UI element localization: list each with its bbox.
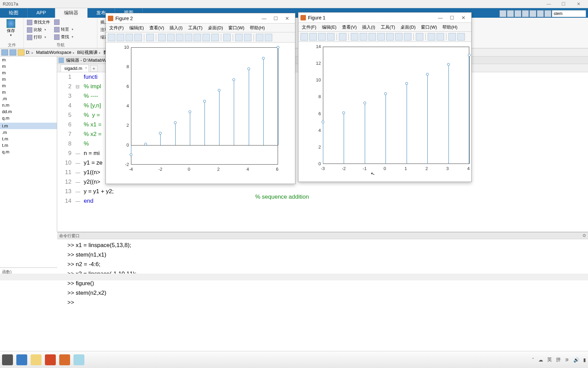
tab-apps[interactable]: APP <box>28 8 55 18</box>
figure-menu[interactable]: 文件(F)编辑(E)查看(V)插入(I)工具(T)桌面(D)窗口(W)帮助(H) <box>298 23 471 32</box>
search-docs-input[interactable] <box>552 10 586 17</box>
file-item[interactable]: m <box>0 70 57 76</box>
figure-menu-item[interactable]: 插入(I) <box>362 24 375 30</box>
taskbar-app[interactable] <box>2 354 13 365</box>
save-button[interactable]: 保存▼ <box>2 19 20 37</box>
toolbar-icon[interactable] <box>386 33 394 41</box>
toolbar-icon[interactable] <box>369 33 376 41</box>
minimize-icon[interactable]: — <box>435 15 446 20</box>
file-tab[interactable]: sigadd.m× <box>61 64 89 72</box>
close-icon[interactable]: ✕ <box>281 16 293 21</box>
file-item[interactable]: dd.m <box>0 108 57 115</box>
tab-plots[interactable]: 绘图 <box>0 8 28 18</box>
figure-menu-item[interactable]: 编辑(E) <box>129 25 144 31</box>
maximize-icon[interactable]: ☐ <box>557 1 570 6</box>
figure-window-2[interactable]: Figure 2 —☐✕ 文件(F)编辑(E)查看(V)插入(I)工具(T)桌面… <box>105 13 295 184</box>
file-item[interactable]: m <box>0 82 57 89</box>
toolbar-icon[interactable] <box>404 33 411 41</box>
toolbar-icon[interactable] <box>457 33 465 41</box>
figure-menu-item[interactable]: 窗口(W) <box>228 25 244 31</box>
toolbar-icon[interactable] <box>318 33 326 41</box>
toolbar-icon[interactable] <box>300 33 308 41</box>
findfiles-button[interactable]: 查找文件 <box>26 19 51 26</box>
tray-ime2[interactable]: 拼 <box>556 357 561 363</box>
up-button[interactable] <box>53 19 75 25</box>
toolbar-icon[interactable] <box>211 34 219 41</box>
figure-toolbar[interactable] <box>298 32 471 42</box>
command-window-opts-icon[interactable]: ⊙ <box>583 233 586 238</box>
toolbar-icon[interactable] <box>360 33 367 41</box>
figure-menu-item[interactable]: 桌面(D) <box>401 24 415 30</box>
toolbar-icon[interactable] <box>448 33 456 41</box>
figure-menu-item[interactable]: 查看(V) <box>342 24 357 30</box>
taskbar-app[interactable] <box>31 354 42 365</box>
file-item[interactable]: m <box>0 89 57 95</box>
close-icon[interactable]: ✕ <box>572 1 585 6</box>
tray-sound-icon[interactable]: 🔊 <box>573 357 579 363</box>
taskbar[interactable]: ˄ ☁ 英 拼 ⚞ 🔊 ▮ <box>0 351 588 368</box>
toolbar-icon[interactable] <box>167 34 175 41</box>
qat-icon[interactable] <box>507 10 514 17</box>
toolbar-icon[interactable] <box>327 33 334 41</box>
minimize-icon[interactable]: — <box>258 16 270 21</box>
file-item[interactable]: q.m <box>0 149 57 155</box>
print-button[interactable]: 打印▼ <box>26 34 51 41</box>
figure-menu-item[interactable]: 编辑(E) <box>322 24 337 30</box>
file-item[interactable]: i.m <box>0 123 57 129</box>
figure-menu-item[interactable]: 帮助(H) <box>250 25 265 31</box>
toolbar-icon[interactable] <box>428 33 435 41</box>
toolbar-icon[interactable] <box>339 33 346 41</box>
taskbar-app[interactable] <box>45 354 56 365</box>
taskbar-app[interactable] <box>16 354 27 365</box>
taskbar-app[interactable] <box>74 354 84 365</box>
file-item[interactable]: m <box>0 57 57 63</box>
toolbar-icon[interactable] <box>416 33 423 41</box>
toolbar-icon[interactable] <box>108 34 115 41</box>
file-item[interactable]: .m <box>0 95 57 102</box>
figure-menu-item[interactable]: 文件(F) <box>302 24 316 30</box>
file-item[interactable]: t.m <box>0 142 57 149</box>
maximize-icon[interactable]: ☐ <box>446 15 458 20</box>
qat-icon[interactable] <box>514 10 521 17</box>
toolbar-icon[interactable] <box>235 34 243 41</box>
qat-icon[interactable] <box>537 10 544 17</box>
toolbar-icon[interactable] <box>134 34 142 41</box>
tray-onedrive-icon[interactable]: ☁ <box>538 357 543 363</box>
toolbar-icon[interactable] <box>377 33 385 41</box>
back-icon[interactable] <box>1 49 8 56</box>
file-browser[interactable]: mmmmmm.mn.mdd.mq.mi.m.mt.mt.mq.m <box>0 57 57 232</box>
toolbar-icon[interactable] <box>309 33 317 41</box>
toolbar-icon[interactable] <box>146 34 154 41</box>
tray-ime1[interactable]: 英 <box>547 357 552 363</box>
tray-battery-icon[interactable]: ▮ <box>583 357 586 363</box>
file-item[interactable]: m <box>0 63 57 70</box>
tab-editor[interactable]: 编辑器 <box>55 8 87 18</box>
goto-button[interactable]: 转至▼ <box>53 26 75 33</box>
figure-menu-item[interactable]: 桌面(D) <box>208 25 223 31</box>
taskbar-matlab[interactable] <box>59 354 70 365</box>
file-item[interactable]: m <box>0 76 57 82</box>
find-button[interactable]: 查找▼ <box>53 34 75 40</box>
qat-icon[interactable] <box>522 10 529 17</box>
compare-button[interactable]: 比较▼ <box>26 27 51 33</box>
figure2-axes[interactable]: -4-20246-20246810 <box>106 43 295 184</box>
file-item[interactable]: q.m <box>0 115 57 121</box>
add-tab-button[interactable]: + <box>90 65 98 72</box>
figure-menu-item[interactable]: 窗口(W) <box>421 24 437 30</box>
figure-toolbar[interactable] <box>106 32 295 43</box>
toolbar-icon[interactable] <box>202 34 210 41</box>
tray-arrow-icon[interactable]: ˄ <box>532 357 534 363</box>
file-item[interactable]: t.m <box>0 136 57 142</box>
figure-menu-item[interactable]: 查看(V) <box>149 25 164 31</box>
figure1-axes[interactable]: -3-2-10123402468101214 <box>298 42 471 182</box>
figure-menu-item[interactable]: 工具(T) <box>188 25 203 31</box>
toolbar-icon[interactable] <box>437 33 444 41</box>
toolbar-icon[interactable] <box>126 34 133 41</box>
figure-menu-item[interactable]: 工具(T) <box>381 24 395 30</box>
toolbar-icon[interactable] <box>244 34 251 41</box>
toolbar-icon[interactable] <box>176 34 183 41</box>
toolbar-icon[interactable] <box>223 34 231 41</box>
toolbar-icon[interactable] <box>194 34 201 41</box>
toolbar-icon[interactable] <box>351 33 358 41</box>
tray-wifi-icon[interactable]: ⚞ <box>565 357 569 363</box>
